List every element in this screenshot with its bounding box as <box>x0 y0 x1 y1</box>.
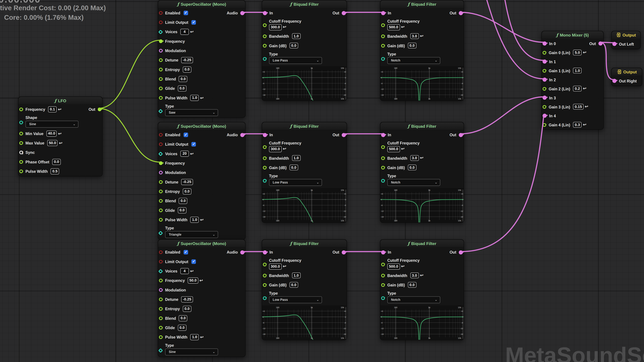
lp2-type-dropdown[interactable]: Low Pass⌄ <box>269 179 322 186</box>
n3-cutoff-frequency-value-input[interactable]: 500.0 <box>387 264 400 270</box>
lp2-cutoff-frequency-value-input[interactable]: 300.0 <box>269 146 282 152</box>
so1-pulse-width-value-input[interactable]: 1.0 <box>190 95 199 101</box>
so1-audio-out-pin[interactable] <box>240 11 244 15</box>
so2-type-pin[interactable] <box>158 231 163 236</box>
so1-type-dropdown[interactable]: Saw⌄ <box>165 109 218 116</box>
node-so1[interactable]: ƒSuperOscillator (Mono)Enabled✓AudioLimi… <box>158 0 246 118</box>
so1-blend-pin[interactable] <box>159 77 163 81</box>
mixer-gain-3-lin-pin[interactable] <box>542 105 546 109</box>
so3-entropy-pin[interactable] <box>159 307 163 311</box>
so1-entropy-value-input[interactable]: 0.0 <box>183 66 191 72</box>
lp2-gain-db-value-input[interactable]: 0.0 <box>290 164 298 170</box>
checkbox[interactable]: ✓ <box>192 259 196 264</box>
reset-arrow-icon[interactable]: ↩ <box>59 141 62 145</box>
node-title-bar[interactable]: ƒLFO <box>18 97 102 105</box>
mixer-in-2-pin[interactable] <box>542 78 546 82</box>
lfo-frequency-pin[interactable] <box>19 108 23 111</box>
so2-detune-value-input[interactable]: -0.25 <box>181 179 193 185</box>
reset-arrow-icon[interactable]: ↩ <box>200 218 204 222</box>
reset-arrow-icon[interactable]: ↩ <box>585 105 588 109</box>
reset-arrow-icon[interactable]: ↩ <box>58 132 62 136</box>
so3-modulation-pin[interactable] <box>159 288 163 292</box>
wire-n2-out-to-mixer-in3[interactable] <box>461 97 544 134</box>
wire-n3-out-to-mixer-in4[interactable] <box>461 115 544 252</box>
n2-bandwidth-value-input[interactable]: 3.0 <box>410 155 418 161</box>
n2-type-dropdown[interactable]: Notch⌄ <box>387 179 440 186</box>
so1-glide-pin[interactable] <box>159 87 163 90</box>
lp3-gain-db-pin[interactable] <box>263 283 266 287</box>
n3-out-pin[interactable] <box>459 250 463 254</box>
lp3-in-pin[interactable] <box>263 250 267 254</box>
so3-glide-value-input[interactable]: 0.0 <box>178 325 186 331</box>
lp1-gain-db-pin[interactable] <box>263 44 266 47</box>
node-title-bar[interactable]: ƒSuperOscillator (Mono) <box>158 240 245 248</box>
so2-pulse-width-pin[interactable] <box>159 218 163 222</box>
so1-pulse-width-pin[interactable] <box>159 96 163 100</box>
so3-glide-pin[interactable] <box>159 326 163 330</box>
lfo-sync-pin[interactable] <box>19 151 23 154</box>
wire-lfo-out-to-so2-frequency[interactable] <box>98 108 160 162</box>
n3-bandwidth-pin[interactable] <box>381 274 385 277</box>
so1-detune-pin[interactable] <box>159 58 163 62</box>
reset-arrow-icon[interactable]: ↩ <box>401 25 405 29</box>
node-n1[interactable]: ƒBiquad FilterInOutCutoff Frequency500.0… <box>380 0 464 101</box>
reset-arrow-icon[interactable]: ↩ <box>283 147 286 151</box>
lfo-max-value-pin[interactable] <box>19 141 23 145</box>
node-title-bar[interactable]: ƒBiquad Filter <box>262 122 346 130</box>
lp3-type-pin[interactable] <box>263 296 266 300</box>
reset-arrow-icon[interactable]: ↩ <box>401 147 405 151</box>
node-n3[interactable]: ƒBiquad FilterInOutCutoff Frequency500.0… <box>380 239 464 340</box>
reset-arrow-icon[interactable]: ↩ <box>190 269 194 273</box>
node-lp3[interactable]: ƒBiquad FilterInOutCutoff Frequency300.0… <box>262 239 347 340</box>
lp1-bandwidth-pin[interactable] <box>263 34 266 38</box>
lp3-bandwidth-value-input[interactable]: 1.0 <box>292 273 300 279</box>
lp1-bandwidth-value-input[interactable]: 1.0 <box>292 33 300 39</box>
reset-arrow-icon[interactable]: ↩ <box>58 107 62 111</box>
lp1-in-pin[interactable] <box>263 11 267 15</box>
lfo-pulse-width-value-input[interactable]: 0.5 <box>51 168 59 174</box>
so3-detune-pin[interactable] <box>159 298 163 301</box>
reset-arrow-icon[interactable]: ↩ <box>190 152 194 156</box>
so3-blend-pin[interactable] <box>159 317 163 320</box>
lfo-frequency-value-input[interactable]: 0.1 <box>48 106 57 112</box>
node-title-bar[interactable]: Output <box>612 68 642 76</box>
so2-glide-pin[interactable] <box>159 209 163 212</box>
lp1-type-dropdown[interactable]: Low Pass⌄ <box>269 57 322 64</box>
so2-type-dropdown[interactable]: Triangle⌄ <box>165 231 218 238</box>
so3-blend-value-input[interactable]: 0.0 <box>179 315 187 321</box>
n1-type-pin[interactable] <box>381 57 385 60</box>
so3-entropy-value-input[interactable]: 0.0 <box>183 306 191 312</box>
so3-pulse-width-pin[interactable] <box>159 335 163 339</box>
wire-offscreen-top-to-mixer-in1[interactable] <box>504 0 544 60</box>
node-so2[interactable]: ƒSuperOscillator (Mono)Enabled✓AudioLimi… <box>158 122 246 240</box>
wire-offscreen-top-to-mixer-in2[interactable] <box>486 0 544 79</box>
so2-enabled-pin[interactable] <box>159 133 163 137</box>
lp3-bandwidth-pin[interactable] <box>263 274 266 277</box>
reset-arrow-icon[interactable]: ↩ <box>190 30 194 34</box>
mixer-gain-1-lin-value-input[interactable]: 1.0 <box>573 67 582 73</box>
lfo-min-value-value-input[interactable]: 40.0 <box>46 131 57 137</box>
checkbox[interactable]: ✓ <box>192 20 196 25</box>
so1-enabled-pin[interactable] <box>159 11 163 15</box>
so2-voices-pin[interactable] <box>158 151 163 156</box>
n1-in-pin[interactable] <box>381 11 385 15</box>
n1-cutoff-frequency-value-input[interactable]: 500.0 <box>387 24 400 30</box>
lp3-cutoff-frequency-value-input[interactable]: 300.0 <box>269 264 282 270</box>
n1-out-pin[interactable] <box>459 11 463 15</box>
so3-audio-out-pin[interactable] <box>240 250 244 254</box>
mixer-gain-2-lin-value-input[interactable]: 0.2 <box>573 86 582 92</box>
n2-cutoff-frequency-pin[interactable] <box>381 145 385 149</box>
checkbox[interactable]: ✓ <box>192 142 196 146</box>
so2-blend-value-input[interactable]: 0.0 <box>179 198 187 204</box>
reset-arrow-icon[interactable]: ↩ <box>420 34 424 38</box>
lfo-shape-dropdown[interactable]: Sine⌄ <box>26 121 78 128</box>
n3-bandwidth-value-input[interactable]: 3.0 <box>410 273 418 279</box>
n1-type-dropdown[interactable]: Notch⌄ <box>387 57 440 64</box>
node-lfo[interactable]: ƒLFOFrequency0.1↩OutShapeSine⌄Min Value4… <box>18 96 103 177</box>
lp3-out-pin[interactable] <box>342 250 346 254</box>
n3-type-pin[interactable] <box>381 296 385 300</box>
so2-glide-value-input[interactable]: 0.0 <box>178 207 186 213</box>
node-n2[interactable]: ƒBiquad FilterInOutCutoff Frequency500.0… <box>380 122 464 223</box>
mixer-gain-2-lin-pin[interactable] <box>542 87 546 90</box>
lfo-pulse-width-pin[interactable] <box>19 169 23 173</box>
